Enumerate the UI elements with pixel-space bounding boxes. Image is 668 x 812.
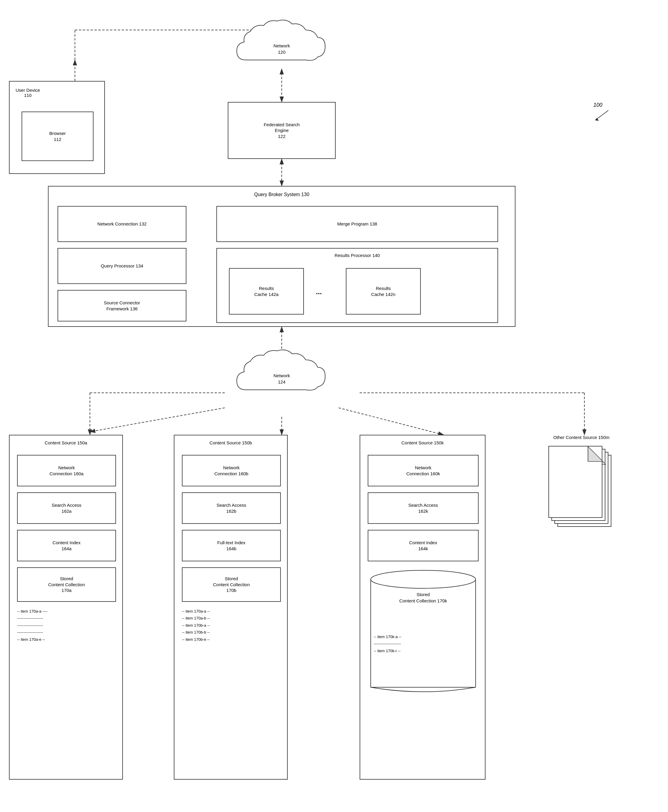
query-processor-label: Query Processor 134: [101, 263, 143, 269]
dots: ...: [316, 288, 322, 296]
content-source-150a-label: Content Source 150a: [10, 440, 122, 445]
content-index-164a-label: Content Index164a: [52, 540, 80, 551]
source-connector-box: Source ConnectorFramework 136: [58, 290, 186, 321]
content-index-164a-box: Content Index164a: [17, 530, 116, 561]
other-content-source-label: Other Content Source 150m: [524, 435, 638, 440]
items-170b: -- item 170a-a -- -- item 170a-b -- -- i…: [182, 608, 281, 643]
svg-marker-23: [588, 447, 603, 462]
content-source-150b-label: Content Source 150b: [174, 440, 287, 445]
items-170k: -- item 170k-a -- --------------------- …: [374, 633, 473, 654]
browser-number: 112: [53, 136, 61, 142]
query-broker-box: Query Broker System 130 Network Connecti…: [48, 186, 516, 327]
network-124-cloud: Network 124: [228, 348, 336, 400]
network-124-text: Network 124: [273, 372, 290, 385]
search-access-162a-label: Search Access162a: [52, 502, 81, 514]
svg-line-10: [90, 408, 225, 432]
doc-stack: [548, 446, 615, 536]
network-connection-label: Network Connection 132: [97, 221, 147, 227]
search-access-162k-box: Search Access162k: [368, 492, 479, 524]
items-170a: -- item 170a-a ---- --------------------…: [17, 608, 116, 643]
search-access-162k-label: Search Access162k: [408, 502, 438, 514]
query-processor-box: Query Processor 134: [58, 248, 186, 284]
net-conn-160a-box: NetworkConnection 160a: [17, 455, 116, 486]
net-conn-160a-label: NetworkConnection 160a: [50, 465, 84, 477]
other-content-source-area: Other Content Source 150m: [524, 435, 638, 536]
merge-program-label: Merge Program 138: [337, 221, 377, 227]
federated-search-number: 122: [278, 134, 285, 139]
stored-collection-170k-cylinder: StoredContent Collection 170k -- item 17…: [368, 567, 479, 699]
source-connector-label: Source ConnectorFramework 136: [104, 300, 140, 311]
results-cache-a-box: ResultsCache 142a: [229, 268, 304, 315]
stored-collection-170k-label: StoredContent Collection 170k: [368, 591, 479, 604]
svg-line-17: [596, 110, 608, 119]
content-source-150k-box: Content Source 150k NetworkConnection 16…: [360, 435, 486, 780]
merge-program-box: Merge Program 138: [216, 206, 498, 242]
content-source-150b-box: Content Source 150b NetworkConnection 16…: [174, 435, 288, 780]
stored-collection-170a-box: StoredContent Collection170a: [17, 567, 116, 602]
stored-collection-170b-label: StoredContent Collection170b: [213, 576, 250, 593]
content-index-164k-box: Content Index164k: [368, 530, 479, 561]
net-conn-160b-box: NetworkConnection 160b: [182, 455, 281, 486]
federated-search-box: Federated SearchEngine 122: [228, 102, 336, 159]
svg-line-12: [339, 408, 444, 435]
network-connection-box: Network Connection 132: [58, 206, 186, 242]
results-processor-outer: Results Processor 140 ResultsCache 142a …: [216, 248, 498, 323]
stored-collection-170a-label: StoredContent Collection170a: [48, 576, 85, 593]
results-cache-n-box: ResultsCache 142n: [346, 268, 421, 315]
svg-point-20: [371, 570, 476, 588]
search-access-162b-box: Search Access162b: [182, 492, 281, 524]
results-cache-a-label: ResultsCache 142a: [254, 285, 279, 297]
net-conn-160b-label: NetworkConnection 160b: [214, 465, 248, 477]
user-device-label: User Device 110: [15, 87, 40, 98]
federated-search-label: Federated SearchEngine: [264, 122, 300, 134]
browser-label: Browser: [49, 131, 66, 136]
network-120-text: Network 120: [273, 43, 290, 55]
network-120-cloud: Network 120: [228, 18, 336, 70]
search-access-162b-label: Search Access162b: [216, 502, 246, 514]
fulltext-index-164b-label: Full-text Index164b: [217, 540, 245, 551]
results-cache-n-label: ResultsCache 142n: [371, 285, 396, 297]
content-source-150k-label: Content Source 150k: [360, 440, 485, 445]
content-source-150a-box: Content Source 150a NetworkConnection 16…: [9, 435, 123, 780]
content-index-164k-label: Content Index164k: [409, 540, 437, 551]
fulltext-index-164b-box: Full-text Index164b: [182, 530, 281, 561]
net-conn-160k-box: NetworkConnection 160k: [368, 455, 479, 486]
stored-collection-170b-box: StoredContent Collection170b: [182, 567, 281, 602]
diagram: 100 User Device 110 Browser 112 Network …: [0, 0, 668, 812]
query-broker-label: Query Broker System 130: [48, 192, 515, 197]
user-device-box: User Device 110 Browser 112: [9, 81, 105, 174]
ref-label: 100: [593, 102, 611, 121]
net-conn-160k-label: NetworkConnection 160k: [406, 465, 440, 477]
browser-box: Browser 112: [22, 112, 94, 161]
search-access-162a-box: Search Access162a: [17, 492, 116, 524]
results-processor-label: Results Processor 140: [217, 253, 498, 258]
